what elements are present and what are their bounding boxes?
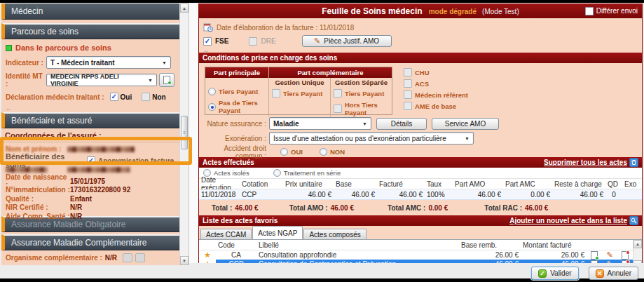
favorite-star-icon[interactable]: ★ (199, 250, 216, 260)
add-act-icon[interactable] (587, 260, 602, 263)
accident-oui-radio[interactable] (280, 148, 288, 156)
valider-button[interactable]: ✓ Valider (531, 267, 578, 280)
remove-act-icon[interactable] (617, 260, 633, 263)
acte-cell[interactable]: 100% (425, 189, 453, 200)
scroll-down-icon[interactable]: ▼ (180, 256, 189, 265)
traitement-serie-radio[interactable] (273, 169, 281, 177)
actes-isoles-radio[interactable] (203, 169, 211, 177)
acs-checkbox[interactable] (404, 79, 412, 88)
scroll-up-icon[interactable]: ▲ (180, 4, 189, 13)
tab-actes-ccam[interactable]: Actes CCAM (200, 229, 252, 239)
add-act-icon[interactable] (587, 250, 602, 260)
fav-montant[interactable]: 26.00 € (521, 250, 587, 260)
tab-actes-ngap[interactable]: Actes NGAP (252, 226, 303, 239)
scroll-down-icon[interactable]: ▼ (633, 260, 642, 263)
acte-cell[interactable]: 46.00 € (283, 189, 334, 200)
sidebar-scrollbar[interactable]: ▲ ≡ ▼ (179, 4, 189, 265)
col-header[interactable]: QD (605, 179, 622, 189)
col-header[interactable]: Libellé (256, 240, 459, 250)
medecin-referent-option[interactable]: Médecin référent (404, 90, 468, 99)
pas-tiers-payant-option[interactable]: Pas de Tiers Payant (208, 99, 267, 114)
tiers-payant-option[interactable]: Tiers Payant (208, 88, 267, 95)
acte-cell[interactable]: 46.00 € (552, 189, 605, 200)
magnifier-icon[interactable] (629, 216, 638, 225)
fav-base[interactable]: 26.00 € (459, 250, 521, 260)
col-header[interactable]: Exo (622, 179, 643, 189)
gu-tiers-payant-checkbox[interactable] (272, 89, 280, 98)
acte-cell[interactable]: 11/01/2018 (199, 189, 240, 200)
col-header[interactable]: Date exécution (199, 179, 240, 189)
col-header[interactable]: Taux (425, 179, 453, 189)
organisme-search-button[interactable] (123, 253, 132, 262)
indicateur-select[interactable]: T - Médecin traitant ▼ (46, 56, 171, 69)
acte-cell[interactable]: 0 (605, 189, 622, 200)
anonymisation-checkbox[interactable] (87, 156, 95, 165)
gu-tiers-payant-option[interactable]: Tiers Payant (272, 89, 329, 98)
fav-code[interactable]: CCP (216, 260, 256, 263)
acs-option[interactable]: ACS (404, 79, 468, 88)
declaration-oui-checkbox[interactable] (110, 93, 118, 101)
fav-montant[interactable]: 46.00 € (521, 260, 587, 263)
edit-act-icon[interactable]: ✎ (602, 250, 617, 260)
ame-option[interactable]: AME de base (404, 102, 468, 110)
fav-base[interactable]: 46.00 € (459, 260, 521, 263)
scrollbar-thumb[interactable]: ≡ (181, 116, 188, 149)
trash-icon[interactable] (629, 158, 638, 167)
col-header[interactable]: Prix unitaire (283, 179, 334, 189)
section-header-amc[interactable]: Assurance Maladie Complémentaire (1, 234, 180, 250)
acte-cell[interactable]: 0.00 € (503, 189, 552, 200)
differer-envoi-checkbox[interactable] (585, 7, 594, 15)
fav-libelle[interactable]: Consultation approfondie (256, 250, 459, 260)
favoris-scrollbar[interactable]: ▲ ▼ (633, 240, 642, 263)
acte-cell[interactable]: 46.00 € (453, 189, 503, 200)
col-header[interactable]: Base (334, 179, 377, 189)
acte-cell[interactable] (622, 189, 643, 200)
gs-tiers-payant-checkbox[interactable] (334, 89, 342, 98)
section-header-medecin[interactable]: Médecin (1, 4, 180, 20)
edit-act-icon[interactable]: ✎ (602, 260, 617, 263)
tiers-payant-radio[interactable] (208, 88, 216, 95)
piece-justif-amo-button[interactable]: ✎ Pièce Justif. AMO (302, 35, 392, 47)
accident-oui-option[interactable]: OUI (280, 148, 303, 156)
col-header[interactable]: Reste à charge (552, 179, 605, 189)
scroll-up-icon[interactable]: ▲ (633, 240, 642, 248)
acte-cell[interactable]: CCP (240, 189, 283, 200)
chu-checkbox[interactable] (404, 68, 412, 76)
section-header-parcours[interactable]: Parcours de soins (1, 23, 180, 39)
accident-non-option[interactable]: NON (320, 148, 345, 156)
gs-tiers-payant-option[interactable]: Tiers Payant (334, 89, 390, 98)
remove-act-icon[interactable] (617, 250, 633, 260)
fse-checkbox[interactable] (203, 37, 212, 46)
section-header-beneficiaire[interactable]: Bénéficiaire et assuré (1, 112, 180, 128)
annuler-button[interactable]: ✕ Annuler (589, 267, 638, 280)
service-amo-button[interactable]: Service AMO (432, 118, 499, 130)
acte-cell[interactable]: 46.00 € (334, 189, 377, 200)
declaration-non-checkbox[interactable] (142, 93, 150, 101)
col-header[interactable]: Part AMC (503, 179, 552, 189)
favorite-star-icon[interactable]: ★ (199, 260, 216, 263)
traitement-serie-option[interactable]: Traitement en série (273, 169, 341, 177)
organisme-clear-button[interactable] (135, 253, 145, 262)
col-header[interactable]: Base remb. (459, 240, 521, 250)
details-button[interactable]: Détails (376, 118, 427, 130)
medecin-referent-checkbox[interactable] (404, 90, 412, 99)
hors-tiers-payant-checkbox[interactable] (334, 105, 342, 113)
col-header[interactable]: Montant facturé (521, 240, 587, 250)
supprimer-actes-link[interactable]: Supprimer tous les actes (544, 158, 638, 167)
nature-assurance-select[interactable]: Maladie ▼ (269, 117, 371, 130)
identite-select[interactable]: MEDECIN RPPS ADELI VIRGINIE ▼ (46, 74, 157, 86)
acte-cell[interactable]: 46.00 € (377, 189, 425, 200)
exoneration-select[interactable]: Issue d'une attestation ou pas d'exonéra… (269, 132, 474, 145)
ajouter-acte-link[interactable]: Ajouter un nouvel acte dans la liste (509, 216, 638, 225)
hors-tiers-payant-option[interactable]: Hors Tiers Payant (334, 101, 390, 116)
pas-tiers-payant-radio[interactable] (208, 103, 216, 111)
accident-non-radio[interactable] (320, 148, 327, 156)
col-header[interactable]: Cotation (240, 179, 283, 189)
fav-code[interactable]: CA (216, 250, 256, 260)
col-header[interactable]: Facturé (377, 179, 425, 189)
new-doctor-button[interactable] (159, 73, 174, 87)
col-header[interactable]: Part AMO (453, 179, 503, 189)
dre-checkbox[interactable] (249, 37, 257, 46)
tab-actes-composes[interactable]: Actes composés (303, 229, 366, 239)
fav-libelle[interactable]: Consultation de Contraception et Prévent… (256, 260, 459, 263)
